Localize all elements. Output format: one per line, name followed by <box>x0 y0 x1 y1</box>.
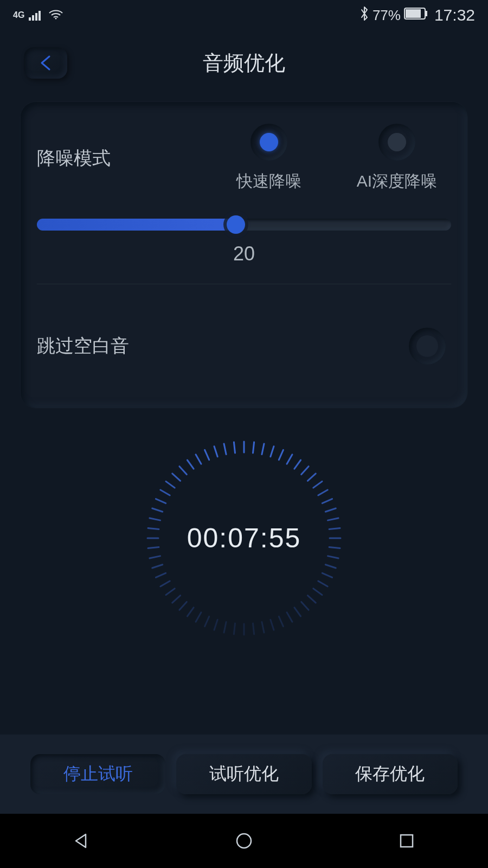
wifi-icon <box>48 8 63 23</box>
chevron-left-icon <box>38 55 53 71</box>
clock: 17:32 <box>434 6 475 24</box>
divider <box>37 284 451 284</box>
svg-point-68 <box>237 834 251 848</box>
stop-preview-label: 停止试听 <box>63 762 133 786</box>
slider-track[interactable] <box>37 219 451 231</box>
noise-mode-radio-group: 快速降噪 AI深度降噪 <box>162 124 451 193</box>
svg-point-4 <box>55 18 57 20</box>
nav-back-button[interactable] <box>70 830 92 852</box>
svg-rect-69 <box>401 835 413 847</box>
radio-indicator-icon <box>251 124 287 161</box>
svg-rect-7 <box>426 11 427 16</box>
radio-ai-label: AI深度降噪 <box>357 170 437 193</box>
android-nav-bar <box>0 814 488 868</box>
slider-value: 20 <box>37 242 451 265</box>
triangle-back-icon <box>70 830 92 852</box>
save-optimize-label: 保存优化 <box>355 762 425 786</box>
battery-icon <box>404 8 428 23</box>
radio-indicator-icon <box>378 124 415 161</box>
noise-mode-row: 降噪模式 快速降噪 AI深度降噪 <box>37 124 451 193</box>
radio-fast-label: 快速降噪 <box>236 170 301 193</box>
timer-display: 00:07:55 <box>141 435 347 641</box>
save-optimize-button[interactable]: 保存优化 <box>323 754 458 794</box>
timer-section: 00:07:55 <box>0 435 488 641</box>
bluetooth-icon <box>359 6 369 24</box>
skip-silence-toggle[interactable] <box>409 328 446 365</box>
preview-optimize-button[interactable]: 试听优化 <box>176 754 311 794</box>
timer-dial: 00:07:55 <box>141 435 347 641</box>
noise-slider: 20 <box>37 219 451 265</box>
radio-fast-denoise[interactable]: 快速降噪 <box>215 124 323 193</box>
signal-icon <box>29 10 44 21</box>
back-button[interactable] <box>24 47 67 79</box>
skip-silence-label: 跳过空白音 <box>37 334 129 359</box>
bottom-action-bar: 停止试听 试听优化 保存优化 <box>0 735 488 814</box>
nav-home-button[interactable] <box>233 830 255 852</box>
preview-optimize-label: 试听优化 <box>209 762 279 786</box>
network-indicator: 4G <box>13 11 24 20</box>
nav-recent-button[interactable] <box>396 830 418 852</box>
page-title: 音频优化 <box>203 49 285 77</box>
status-left: 4G <box>13 8 63 23</box>
svg-rect-0 <box>29 17 31 21</box>
slider-fill <box>37 219 236 231</box>
settings-panel: 降噪模式 快速降噪 AI深度降噪 20 跳过空白音 <box>21 102 467 408</box>
status-bar: 4G 77% 17:32 <box>0 0 488 30</box>
status-right: 77% 17:32 <box>359 6 475 24</box>
radio-ai-denoise[interactable]: AI深度降噪 <box>343 124 451 193</box>
svg-rect-2 <box>35 13 37 21</box>
slider-thumb[interactable] <box>227 215 245 234</box>
battery-percent: 77% <box>373 7 401 24</box>
noise-mode-label: 降噪模式 <box>37 146 162 171</box>
stop-preview-button[interactable]: 停止试听 <box>30 754 165 794</box>
skip-silence-row: 跳过空白音 <box>37 328 451 365</box>
svg-rect-1 <box>32 15 34 21</box>
square-recent-icon <box>396 830 418 852</box>
circle-home-icon <box>233 830 255 852</box>
svg-rect-6 <box>406 9 421 18</box>
header: 音频优化 <box>0 30 488 95</box>
svg-rect-3 <box>38 11 41 21</box>
